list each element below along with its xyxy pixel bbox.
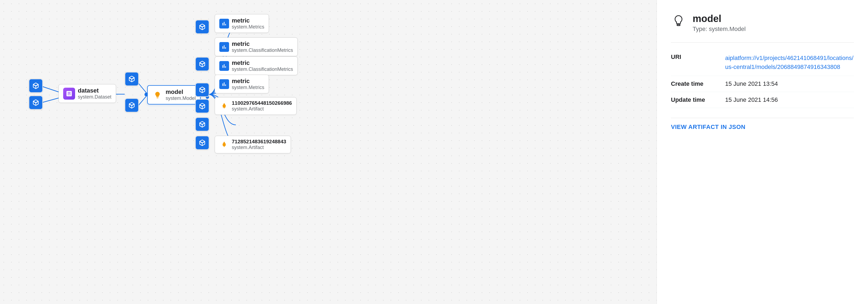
cube-icon bbox=[196, 20, 209, 33]
svg-line-0 bbox=[42, 86, 60, 92]
detail-model-icon bbox=[671, 13, 686, 28]
node-bare-right-2[interactable] bbox=[195, 57, 209, 71]
metric-icon bbox=[219, 79, 229, 89]
metric1-node[interactable]: metric system.Metrics bbox=[215, 14, 269, 33]
metric1-label: metric bbox=[232, 17, 264, 24]
metric-icon bbox=[219, 42, 229, 52]
metric-icon bbox=[219, 19, 229, 28]
node-bare-bottom-left[interactable] bbox=[29, 95, 43, 110]
metric2-type: system.ClassificationMetrics bbox=[232, 48, 293, 53]
update-time-label: Update time bbox=[671, 96, 725, 104]
uri-value: aiplatform://v1/projects/462141068491/lo… bbox=[725, 53, 854, 72]
uri-row: URI aiplatform://v1/projects/46214106849… bbox=[671, 49, 854, 76]
model-icon bbox=[152, 89, 163, 101]
detail-header: model Type: system.Model bbox=[671, 13, 854, 33]
metric2-node[interactable]: metric system.ClassificationMetrics bbox=[215, 37, 298, 56]
view-artifact-json-button[interactable]: VIEW ARTIFACT IN JSON bbox=[671, 123, 745, 131]
uri-link[interactable]: aiplatform://v1/projects/462141068491/lo… bbox=[725, 55, 854, 70]
detail-panel: model Type: system.Model URI aiplatform:… bbox=[656, 0, 868, 304]
metric1-type: system.Metrics bbox=[232, 24, 264, 30]
node-bare-mid-top[interactable] bbox=[125, 72, 139, 86]
cube-icon bbox=[29, 79, 42, 92]
connection-lines bbox=[0, 0, 656, 304]
detail-title: model bbox=[692, 13, 746, 24]
node-bare-mid-bottom[interactable] bbox=[125, 98, 139, 112]
artifact1-label: 110029765448150266986 bbox=[232, 100, 292, 106]
cube-icon bbox=[196, 83, 209, 96]
node-bare-right-top[interactable] bbox=[195, 20, 209, 34]
metric3-type: system.ClassificationMetrics bbox=[232, 66, 293, 72]
metric2-label: metric bbox=[232, 40, 293, 48]
create-time-value: 15 June 2021 13:54 bbox=[725, 80, 854, 87]
dataset-type: system.Dataset bbox=[78, 94, 112, 100]
model-node[interactable]: model system.Model bbox=[147, 85, 200, 105]
cube-icon bbox=[125, 99, 138, 112]
node-bare-top-left[interactable] bbox=[29, 79, 43, 93]
metric4-type: system.Metrics bbox=[232, 85, 264, 90]
model-type: system.Model bbox=[166, 95, 196, 101]
svg-line-1 bbox=[42, 98, 60, 103]
detail-subtitle: Type: system.Model bbox=[692, 26, 746, 33]
artifact2-label: 7128521483619248843 bbox=[232, 139, 286, 145]
cube-icon bbox=[29, 96, 42, 109]
graph-area: dataset system.Dataset model system.Mode… bbox=[0, 0, 656, 304]
artifact1-type: system.Artifact bbox=[232, 106, 292, 112]
node-bare-right-4[interactable] bbox=[195, 99, 209, 113]
node-bare-right-6[interactable] bbox=[195, 136, 209, 150]
dataset-icon bbox=[63, 88, 75, 100]
update-time-row: Update time 15 June 2021 14:56 bbox=[671, 92, 854, 108]
cube-icon bbox=[196, 58, 209, 71]
svg-rect-13 bbox=[222, 107, 226, 107]
node-bare-right-5[interactable] bbox=[195, 117, 209, 131]
metric3-node[interactable]: metric system.ClassificationMetrics bbox=[215, 56, 298, 75]
artifact-icon bbox=[219, 140, 229, 149]
cube-icon bbox=[196, 100, 209, 113]
metric4-label: metric bbox=[232, 78, 264, 85]
artifact2-node[interactable]: 7128521483619248843 system.Artifact bbox=[215, 136, 291, 154]
artifact-icon bbox=[219, 101, 229, 111]
uri-label: URI bbox=[671, 53, 725, 60]
update-time-value: 15 June 2021 14:56 bbox=[725, 96, 854, 104]
cube-icon bbox=[196, 118, 209, 131]
node-bare-right-3[interactable] bbox=[195, 83, 209, 97]
model-label: model bbox=[166, 88, 196, 95]
detail-table: URI aiplatform://v1/projects/46214106849… bbox=[671, 42, 854, 108]
create-time-row: Create time 15 June 2021 13:54 bbox=[671, 76, 854, 92]
detail-action: VIEW ARTIFACT IN JSON bbox=[671, 118, 854, 131]
create-time-label: Create time bbox=[671, 80, 725, 87]
dataset-label: dataset bbox=[78, 87, 112, 94]
metric3-label: metric bbox=[232, 59, 293, 66]
dataset-node[interactable]: dataset system.Dataset bbox=[59, 84, 116, 103]
metric-icon bbox=[219, 61, 229, 71]
svg-rect-14 bbox=[222, 145, 226, 146]
cube-icon bbox=[196, 136, 209, 149]
artifact2-type: system.Artifact bbox=[232, 145, 286, 150]
metric4-node[interactable]: metric system.Metrics bbox=[215, 75, 269, 93]
artifact1-node[interactable]: 110029765448150266986 system.Artifact bbox=[215, 97, 297, 115]
cube-icon bbox=[125, 73, 138, 85]
